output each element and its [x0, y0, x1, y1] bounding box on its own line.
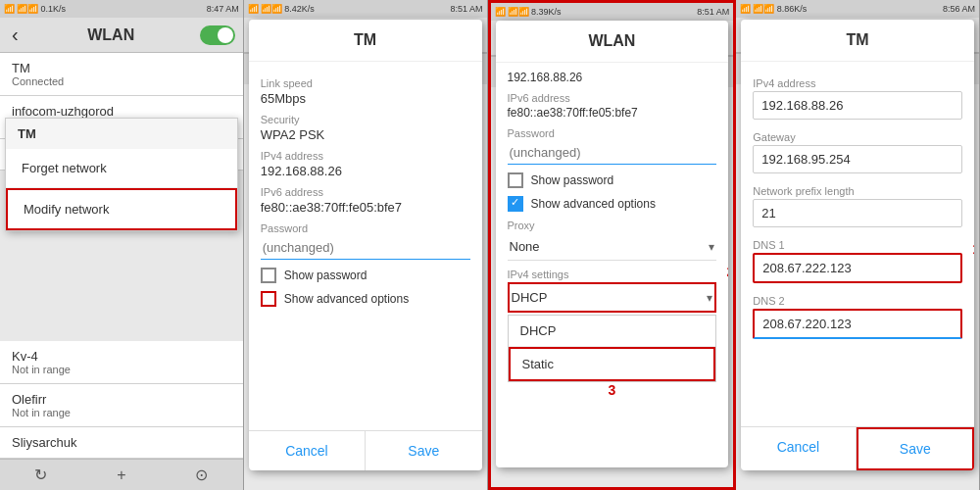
show-advanced-checkbox-3[interactable]	[508, 196, 523, 212]
status-left-4: 📶 📶📶 8.86K/s	[740, 4, 807, 14]
cancel-button-2[interactable]: Cancel	[249, 431, 366, 470]
password-input-3[interactable]	[508, 141, 717, 165]
ipv4-arrow-icon: ▾	[707, 291, 712, 305]
ipv4-settings-label: IPv4 settings	[508, 269, 717, 280]
proxy-label: Proxy	[508, 220, 717, 231]
security-value: WPA2 PSK	[261, 127, 470, 142]
network-item-olefirr[interactable]: Olefirr Not in range	[0, 384, 243, 427]
show-password-row: Show password	[261, 268, 470, 283]
show-password-checkbox[interactable]	[261, 268, 276, 283]
top-bar-1: ‹ WLAN	[0, 18, 243, 53]
save-button-2[interactable]: Save	[366, 431, 481, 470]
network-status: Not in range	[12, 407, 231, 418]
proxy-dropdown[interactable]: None ▾	[508, 233, 717, 261]
dns2-label: DNS 2	[753, 295, 962, 307]
network-item-sliys[interactable]: Sliysarchuk	[0, 427, 243, 459]
status-speed: 📶📶 8.39K/s	[508, 7, 562, 17]
ipv6-label: IPv6 address	[261, 186, 470, 198]
status-time: 8:56 AM	[943, 4, 975, 14]
dialog-content-4: IPv4 address Gateway Network prefix leng…	[741, 62, 974, 426]
ipv6-value-3: fe80::ae38:70ff:fe05:bfe7	[508, 106, 717, 120]
cancel-button-4[interactable]: Cancel	[741, 427, 856, 470]
network-item-kv4[interactable]: Kv-4 Not in range	[0, 341, 243, 384]
network-status: Not in range	[12, 364, 231, 375]
ipv4-settings-dropdown[interactable]: DHCP ▾	[508, 282, 717, 313]
show-password-label-3: Show password	[531, 173, 614, 187]
dns1-label: DNS 1	[753, 239, 962, 251]
dialog-buttons-4: Cancel Save 2	[741, 426, 974, 470]
network-name: Kv-4	[12, 349, 231, 364]
dialog-title-4: TM	[741, 20, 974, 62]
save-label-4: Save	[900, 441, 931, 457]
add-icon[interactable]: +	[117, 466, 125, 484]
forget-network-button[interactable]: Forget network	[6, 149, 237, 188]
status-bar-2: 📶 📶📶 8.42K/s 8:51 AM	[244, 0, 487, 18]
proxy-value: None	[510, 239, 540, 254]
dhcp-option[interactable]: DHCP	[509, 316, 716, 347]
signal-icon: 📶	[740, 4, 751, 14]
ipv4-settings-value: DHCP	[512, 290, 548, 305]
signal-icon: 📶	[4, 4, 15, 14]
status-bar-1: 📶 📶📶 0.1K/s 8:47 AM	[0, 0, 243, 18]
annotation-2: 2	[726, 264, 728, 279]
ipv4-label: IPv4 address	[261, 150, 470, 162]
status-right-1: 8:47 AM	[207, 4, 239, 14]
dialog-title-2: TM	[249, 20, 482, 62]
dialog-content-2: Link speed 65Mbps Security WPA2 PSK IPv4…	[249, 62, 482, 430]
advanced-dialog: WLAN 192.168.88.26 IPv6 address fe80::ae…	[496, 21, 729, 467]
status-time: 8:47 AM	[207, 4, 239, 14]
wlan-toggle-1[interactable]	[200, 25, 235, 45]
network-name: TM	[12, 61, 231, 75]
show-password-row-3: Show password	[508, 172, 717, 188]
status-speed: 📶📶 0.1K/s	[17, 4, 66, 14]
static-ip-dialog: TM IPv4 address Gateway Network prefix l…	[741, 20, 974, 470]
status-right-4: 8:56 AM	[943, 4, 975, 14]
refresh-icon[interactable]: ↻	[34, 466, 47, 484]
panel-1: 📶 📶📶 0.1K/s 8:47 AM ‹ WLAN TM Connected …	[0, 0, 244, 490]
dialog-title-3: WLAN	[496, 21, 729, 63]
show-advanced-label: Show advanced options	[284, 292, 409, 306]
panel-3: 📶 📶📶 8.39K/s 8:51 AM ‹ WLAN WLAN 192.168…	[488, 0, 737, 490]
save-button-4[interactable]: Save 2	[857, 427, 974, 470]
status-right-2: 8:51 AM	[450, 4, 482, 14]
gateway-input[interactable]	[753, 145, 962, 173]
status-bar-3: 📶 📶📶 8.39K/s 8:51 AM	[491, 3, 734, 21]
network-name: Sliysarchuk	[12, 435, 231, 450]
page-title-1: WLAN	[23, 26, 200, 44]
prefix-input[interactable]	[753, 199, 962, 227]
modify-network-button[interactable]: Modify network	[6, 188, 237, 230]
show-password-checkbox-3[interactable]	[508, 172, 523, 188]
show-advanced-row-3: Show advanced options	[508, 196, 717, 212]
status-speed: 📶📶 8.86K/s	[753, 4, 807, 14]
ipv4-settings-section: IPv4 settings DHCP ▾ 2	[508, 269, 717, 313]
show-advanced-checkbox[interactable]	[261, 291, 276, 307]
panel-2: 📶 📶📶 8.42K/s 8:51 AM ‹ WLAN TM Link spee…	[244, 0, 488, 490]
status-left-3: 📶 📶📶 8.39K/s	[495, 7, 562, 17]
network-item-tm[interactable]: TM Connected	[0, 53, 243, 96]
annotation-3: 3	[508, 382, 717, 398]
status-time: 8:51 AM	[450, 4, 482, 14]
more-icon[interactable]: ⊙	[195, 466, 208, 484]
dns2-input[interactable]	[753, 309, 962, 339]
status-time: 8:51 AM	[697, 7, 729, 17]
modify-network-dialog: TM Link speed 65Mbps Security WPA2 PSK I…	[249, 20, 482, 470]
dns1-input[interactable]	[753, 253, 962, 283]
back-button-1[interactable]: ‹	[8, 20, 23, 50]
status-right-3: 8:51 AM	[697, 7, 729, 17]
link-speed-label: Link speed	[261, 77, 470, 89]
password-input[interactable]	[261, 236, 470, 260]
network-name: infocom-uzhgorod	[12, 104, 231, 119]
dialog-buttons-2: Cancel Save	[249, 430, 482, 470]
context-menu-network: TM	[6, 119, 237, 149]
show-advanced-label-3: Show advanced options	[531, 197, 656, 211]
dns1-section: DNS 1 1	[753, 239, 962, 287]
panel-4: 📶 📶📶 8.86K/s 8:56 AM ‹ WLAN TM IPv4 addr…	[736, 0, 980, 490]
link-speed-value: 65Mbps	[261, 91, 470, 106]
ipv4-addr-input[interactable]	[753, 91, 962, 120]
bottom-bar-1: ↻ + ⊙	[0, 459, 243, 490]
ipv4-value: 192.168.88.26	[261, 164, 470, 178]
ipv6-label-3: IPv6 address	[508, 92, 717, 104]
password-label-3: Password	[508, 127, 717, 139]
static-option[interactable]: Static	[509, 347, 716, 381]
status-bar-4: 📶 📶📶 8.86K/s 8:56 AM	[736, 0, 979, 18]
